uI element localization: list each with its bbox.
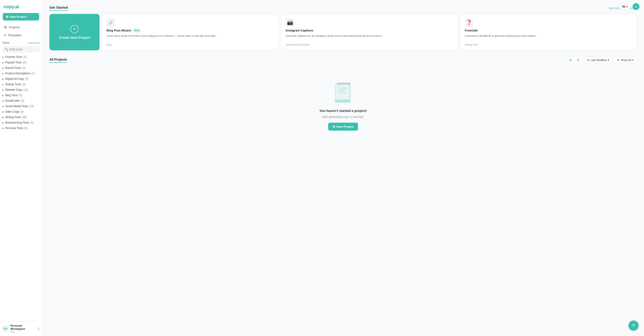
category-recent[interactable]: ▶ Recent Tools (3) — [0, 65, 42, 71]
svg-rect-2 — [338, 88, 347, 89]
sort-icon: ⇅ — [587, 59, 589, 62]
template-tag-freestyle: Writing Tool — [465, 43, 632, 46]
chevron-down-icon: ▾ — [626, 5, 628, 8]
category-product-desc[interactable]: ▶ Product Descriptions (1) — [0, 71, 42, 76]
category-digital-ad[interactable]: ▶ Digital Ad Copy (9) — [0, 76, 42, 82]
chevron-icon: ▶ — [2, 100, 4, 102]
chevron-icon: ▶ — [2, 89, 4, 91]
list-view-button[interactable]: ☰ — [574, 57, 582, 63]
grid-icon: ⊞ — [4, 25, 7, 29]
all-projects-header: All Projects ⊞ ☰ ⇅ Last Modified ▾ ▼ Sho… — [50, 57, 637, 64]
all-projects-title: All Projects — [50, 58, 67, 63]
sidebar-item-templates[interactable]: ≡ Templates — [2, 32, 40, 39]
chevron-icon: ▶ — [2, 56, 4, 58]
chevron-icon: ▶ — [2, 122, 4, 124]
svg-rect-10 — [335, 100, 350, 102]
template-title-blog: Blog Post Wizard Beta — [106, 29, 274, 32]
chevron-down-icon: ▾ — [632, 59, 634, 62]
help-button[interactable]: ? — [628, 320, 638, 330]
category-blog-tools[interactable]: ▶ Blog Tools (9) — [0, 93, 42, 98]
template-desc-freestyle: Command a flexible AI to generate anythi… — [465, 34, 632, 42]
category-writing-tools[interactable]: ▶ Writing Tools (28) — [0, 114, 42, 120]
template-tag-instagram: Social Media Content — [286, 43, 453, 46]
search-input[interactable] — [10, 48, 37, 51]
notebook-illustration — [332, 81, 354, 106]
tools-section-header: Tools expand all — [0, 39, 42, 45]
topbar: 🇺🇸 ▾ C — [615, 0, 644, 13]
get-started-section-header: Get Started See more templates → — [50, 6, 637, 11]
template-card-freestyle[interactable]: ❓ Freestyle Command a flexible AI to gen… — [460, 14, 637, 50]
workspace-plan: Pro — [10, 330, 37, 333]
workspace-switcher[interactable]: PW Personal Workspace Pro ⇅ — [0, 321, 42, 336]
workspace-avatar: PW — [2, 325, 9, 332]
template-icon-blog: 🪄 — [106, 18, 115, 27]
empty-state-desc: Start generating copy in seconds. — [322, 115, 364, 119]
logo: copy.ai — [0, 0, 42, 12]
chevron-icon: ▶ — [2, 127, 4, 130]
grid-view-button[interactable]: ⊞ — [567, 57, 574, 63]
empty-new-project-button[interactable]: ⊕ New Project — [328, 123, 358, 131]
template-card-instagram[interactable]: 📸 Instagram Captions Generate captions f… — [281, 14, 458, 50]
template-icon-freestyle: ❓ — [465, 18, 474, 27]
flag-icon: 🇺🇸 — [622, 5, 626, 8]
chevron-updown-icon: ⇅ — [37, 327, 40, 330]
tool-categories-list: ▶ Favorite Tools (5) ▶ Popular Tools (5)… — [0, 54, 42, 131]
empty-state: You haven't started a project! Start gen… — [50, 67, 637, 144]
projects-controls: ⊞ ☰ ⇅ Last Modified ▾ ▼ Show All ▾ — [567, 57, 637, 64]
category-popular[interactable]: ▶ Popular Tools (5) — [0, 60, 42, 65]
sort-dropdown[interactable]: ⇅ Last Modified ▾ — [584, 57, 612, 63]
template-card-blog-post-wizard[interactable]: 🪄 Blog Post Wizard Beta Jump into a whol… — [102, 14, 278, 50]
category-personal[interactable]: ▶ Personal Tools (6) — [0, 125, 42, 131]
new-project-button[interactable]: ⊕ New Project — [3, 13, 39, 21]
template-title-freestyle: Freestyle — [465, 29, 632, 32]
sidebar-item-projects[interactable]: ⊞ Projects — [2, 23, 40, 31]
empty-state-title: You haven't started a project! — [319, 109, 367, 113]
user-avatar[interactable]: C — [632, 3, 640, 10]
svg-rect-4 — [338, 92, 346, 93]
chevron-icon: ▶ — [2, 83, 4, 86]
template-desc-blog: Jump into a whole first draft of your bl… — [106, 34, 274, 42]
tool-search-box: 🔍 — [2, 46, 40, 53]
category-social-media[interactable]: ▶ Social Media Tools (16) — [0, 104, 42, 109]
template-icon-instagram: 📸 — [286, 18, 294, 27]
main-content: 🇺🇸 ▾ C Get Started See more templates → … — [42, 0, 644, 336]
chevron-icon: ▶ — [2, 61, 4, 64]
workspace-info: PW Personal Workspace Pro — [2, 324, 37, 333]
filter-icon: ▼ — [617, 59, 620, 62]
chevron-icon: ▶ — [2, 72, 4, 75]
plus-icon: ⊕ — [6, 15, 8, 19]
chevron-icon: ▶ — [2, 105, 4, 108]
category-email[interactable]: ▶ Email/Letter (6) — [0, 98, 42, 104]
category-sales-copy[interactable]: ▶ Sales Copy (8) — [0, 109, 42, 114]
language-selector[interactable]: 🇺🇸 ▾ — [620, 4, 630, 10]
chevron-icon: ▶ — [2, 67, 4, 69]
svg-rect-3 — [338, 90, 345, 91]
chevron-icon: ▶ — [2, 78, 4, 80]
template-desc-instagram: Generate captions for an Instagram photo… — [286, 34, 453, 42]
plus-icon: ⊕ — [333, 125, 335, 128]
category-favorite[interactable]: ▶ Favorite Tools (5) — [0, 54, 42, 60]
category-brainstorming[interactable]: ▶ Brainstorming Tools (5) — [0, 120, 42, 125]
template-tag-blog: Blog — [106, 43, 274, 46]
search-icon: 🔍 — [4, 48, 8, 51]
expand-all-button[interactable]: expand all — [28, 42, 40, 44]
chevron-icon: ▶ — [2, 111, 4, 113]
chevron-icon: ▶ — [2, 116, 4, 119]
sidebar-nav: ⊞ Projects ≡ Templates — [0, 23, 42, 39]
templates-grid: + Create New Project 🪄 Blog Post Wizard … — [50, 14, 637, 50]
workspace-name: Personal Workspace — [10, 324, 37, 330]
templates-icon: ≡ — [4, 33, 6, 37]
chevron-down-icon: ▾ — [608, 59, 609, 62]
view-toggle: ⊞ ☰ — [567, 57, 582, 64]
template-title-instagram: Instagram Captions — [286, 29, 453, 32]
plus-circle-icon: + — [70, 25, 78, 33]
chevron-icon: ▶ — [2, 94, 4, 97]
create-project-card[interactable]: + Create New Project — [50, 14, 100, 50]
category-website-copy[interactable]: ▶ Website Copy (10) — [0, 87, 42, 93]
category-startup[interactable]: ▶ Startup Tools (5) — [0, 82, 42, 87]
beta-badge: Beta — [132, 29, 141, 32]
filter-dropdown[interactable]: ▼ Show All ▾ — [614, 57, 637, 63]
sidebar: copy.ai ⊕ New Project ⊞ Projects ≡ Templ… — [0, 0, 42, 336]
get-started-title: Get Started — [50, 6, 68, 11]
